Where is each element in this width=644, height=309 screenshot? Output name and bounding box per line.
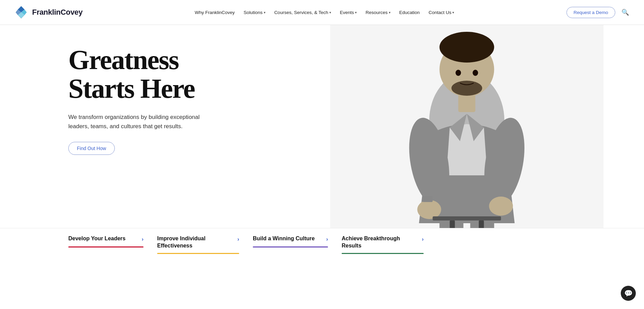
nav-item-why-franklincovey[interactable]: Why FranklinCovey <box>191 8 238 17</box>
search-icon: 🔍 <box>621 9 629 16</box>
svg-point-16 <box>456 70 461 76</box>
card-winning-culture-underline <box>253 246 328 247</box>
nav-item-courses[interactable]: Courses, Services, & Tech ▾ <box>271 8 334 17</box>
logo-text: FranklinCovey <box>32 8 83 17</box>
svg-point-6 <box>417 200 441 219</box>
svg-point-17 <box>473 70 478 76</box>
logo-icon <box>14 5 29 20</box>
resources-chevron-icon: ▾ <box>389 11 390 14</box>
courses-chevron-icon: ▾ <box>329 11 331 14</box>
hero-subtitle: We transform organizations by building e… <box>68 112 205 131</box>
events-chevron-icon: ▾ <box>355 11 357 14</box>
contact-chevron-icon: ▾ <box>452 11 454 14</box>
card-improve-effectiveness-title: Improve Individual Effectiveness › <box>157 235 239 250</box>
hero-person-image <box>290 25 644 257</box>
card-winning-culture-chevron-icon: › <box>326 236 328 243</box>
svg-point-14 <box>440 32 494 63</box>
card-improve-chevron-icon: › <box>237 236 239 243</box>
find-out-how-button[interactable]: Find Out How <box>68 142 115 155</box>
cards-section: Develop Your Leaders › Improve Individua… <box>0 228 644 257</box>
main-nav: Why FranklinCovey Solutions ▾ Courses, S… <box>191 8 457 17</box>
hero-section: Greatness Starts Here We transform organ… <box>0 25 644 257</box>
hero-title: Greatness Starts Here <box>68 45 260 103</box>
search-button[interactable]: 🔍 <box>620 7 630 17</box>
nav-item-contact-us[interactable]: Contact Us ▾ <box>425 8 458 17</box>
card-improve-effectiveness[interactable]: Improve Individual Effectiveness › <box>157 235 239 254</box>
logo[interactable]: FranklinCovey <box>14 5 83 20</box>
nav-item-events[interactable]: Events ▾ <box>337 8 360 17</box>
card-develop-leaders[interactable]: Develop Your Leaders › <box>68 235 143 254</box>
card-winning-culture-title: Build a Winning Culture › <box>253 235 328 243</box>
card-breakthrough-results-title: Achieve Breakthrough Results › <box>342 235 424 250</box>
svg-point-7 <box>489 197 513 216</box>
nav-item-education[interactable]: Education <box>396 8 423 17</box>
card-develop-leaders-underline <box>68 246 143 247</box>
header-right: Request a Demo 🔍 <box>566 7 630 18</box>
card-breakthrough-results[interactable]: Achieve Breakthrough Results › <box>342 235 424 254</box>
header: FranklinCovey Why FranklinCovey Solution… <box>0 0 644 25</box>
card-develop-leaders-title: Develop Your Leaders › <box>68 235 143 243</box>
svg-rect-18 <box>423 196 433 202</box>
card-breakthrough-results-underline <box>342 253 424 254</box>
svg-point-15 <box>452 81 482 96</box>
card-develop-chevron-icon: › <box>142 236 143 243</box>
solutions-chevron-icon: ▾ <box>264 11 265 14</box>
nav-item-resources[interactable]: Resources ▾ <box>362 8 394 17</box>
hero-content: Greatness Starts Here We transform organ… <box>68 45 260 155</box>
svg-rect-10 <box>433 216 501 220</box>
request-demo-button[interactable]: Request a Demo <box>566 7 615 18</box>
card-winning-culture[interactable]: Build a Winning Culture › <box>253 235 328 254</box>
hero-image-area <box>290 25 644 257</box>
nav-item-solutions[interactable]: Solutions ▾ <box>240 8 269 17</box>
person-svg <box>290 25 644 257</box>
card-breakthrough-chevron-icon: › <box>422 236 424 243</box>
card-improve-effectiveness-underline <box>157 253 239 254</box>
